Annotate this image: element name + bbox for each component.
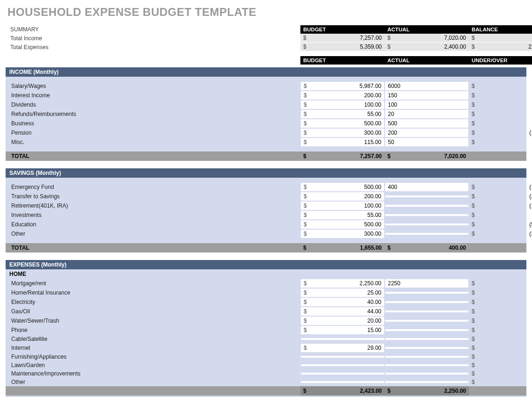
budget-cell[interactable]: $40.00	[301, 298, 384, 306]
summary-income-balance[interactable]: $237.00	[469, 34, 532, 43]
section-bar: INCOME (Monthly)	[6, 67, 526, 77]
data-row: Cable/Satellite$-	[6, 335, 526, 343]
row-label: Other	[6, 378, 300, 386]
budget-cell[interactable]: $100.00	[301, 202, 384, 210]
summary-expenses-balance[interactable]: $2,959.00	[469, 43, 532, 51]
actual-cell[interactable]	[385, 320, 468, 322]
actual-cell[interactable]: 100	[385, 101, 468, 109]
actual-cell[interactable]: 400	[385, 183, 468, 191]
underover-cell: $-	[469, 335, 532, 343]
underover-cell: $-	[469, 279, 532, 288]
data-row: Salary/Wages$5,987.006000$13.00	[6, 81, 526, 91]
row-label: Electricity	[6, 298, 300, 306]
actual-cell[interactable]	[385, 381, 468, 383]
budget-cell[interactable]: $115.00	[301, 138, 384, 146]
actual-cell[interactable]	[385, 364, 468, 366]
actual-cell[interactable]	[385, 292, 468, 294]
section-total: TOTAL$7,257.00$7,020.00	[6, 152, 526, 161]
budget-cell[interactable]: $500.00	[301, 183, 384, 191]
column-headers: BUDGET ACTUAL UNDER/OVER	[6, 56, 526, 65]
budget-cell[interactable]: $20.00	[301, 317, 384, 325]
underover-cell: $-	[469, 361, 532, 369]
actual-cell[interactable]	[385, 195, 468, 197]
section-body: Emergency Fund$500.00400$(100.00)Transfe…	[6, 178, 526, 243]
section-body: Salary/Wages$5,987.006000$13.00Interest …	[6, 77, 526, 152]
actual-cell[interactable]	[385, 373, 468, 375]
row-label: Maintenance/Improvements	[6, 369, 300, 378]
budget-cell[interactable]: $200.00	[301, 192, 384, 201]
actual-cell[interactable]: 20	[385, 110, 468, 118]
actual-cell[interactable]	[385, 205, 468, 207]
actual-cell[interactable]	[385, 224, 468, 225]
actual-cell[interactable]	[385, 214, 468, 216]
data-row: Interest Income$200.00150$(50.00)	[6, 91, 526, 100]
summary-income-budget[interactable]: $7,257.00	[300, 34, 385, 43]
section-total: TOTAL$1,655.00$400.00	[6, 243, 526, 253]
summary-expenses-budget[interactable]: $5,359.00	[300, 43, 385, 51]
hdr-balance: BALANCE	[469, 25, 532, 34]
budget-cell[interactable]	[301, 364, 384, 366]
actual-cell[interactable]: 200	[385, 129, 468, 137]
section-total: $2,423.00$2,250.00	[6, 386, 526, 396]
actual-cell[interactable]: 50	[385, 138, 468, 146]
actual-cell[interactable]	[385, 356, 468, 358]
underover-cell: $(20.00)	[469, 317, 532, 325]
data-row: Electricity$40.00$(40.00)	[6, 297, 526, 307]
actual-cell[interactable]: 500	[385, 119, 468, 128]
data-row: Furnishing/Appliances$-	[6, 353, 526, 361]
data-row: Water/Sewer/Trash$20.00$(20.00)	[6, 316, 526, 325]
actual-cell[interactable]	[385, 233, 468, 235]
row-label: Business	[6, 119, 300, 128]
budget-cell[interactable]: $5,987.00	[301, 82, 384, 90]
actual-cell[interactable]: 150	[385, 91, 468, 100]
actual-cell[interactable]	[385, 347, 468, 349]
row-label: Water/Sewer/Trash	[6, 317, 300, 325]
budget-cell[interactable]: $15.00	[301, 326, 384, 334]
row-label: Misc.	[6, 138, 300, 146]
section-bar: SAVINGS (Monthly)	[6, 168, 526, 178]
row-label: Education	[6, 220, 300, 229]
summary-income-actual[interactable]: $7,020.00	[385, 34, 469, 43]
actual-cell[interactable]: 2250	[385, 279, 468, 288]
actual-cell[interactable]	[385, 329, 468, 331]
col-underover: UNDER/OVER	[469, 56, 532, 65]
data-row: Refunds/Reimbursements$55.0020$(35.00)	[6, 109, 526, 119]
underover-cell: $-	[469, 353, 532, 361]
data-row: Transfer to Savings$200.00$(200.00)	[6, 192, 526, 201]
row-label: Transfer to Savings	[6, 192, 300, 201]
budget-cell[interactable]: $29.00	[301, 344, 384, 352]
budget-cell[interactable]	[301, 373, 384, 375]
budget-cell[interactable]: $300.00	[301, 230, 384, 238]
budget-cell[interactable]	[301, 356, 384, 358]
budget-cell[interactable]: $500.00	[301, 119, 384, 128]
budget-cell[interactable]: $55.00	[301, 110, 384, 118]
budget-cell[interactable]: $25.00	[301, 289, 384, 297]
actual-cell[interactable]: 6000	[385, 82, 468, 90]
data-row: Emergency Fund$500.00400$(100.00)	[6, 182, 526, 192]
row-label: Phone	[6, 326, 300, 334]
underover-cell: $(100.00)	[469, 202, 532, 210]
data-row: Business$500.00500$-	[6, 119, 526, 128]
budget-cell[interactable]: $55.00	[301, 211, 384, 219]
row-label: Internet	[6, 344, 300, 352]
section-bar: EXPENSES (Monthly)	[6, 260, 526, 269]
budget-cell[interactable]: $100.00	[301, 101, 384, 109]
summary-expenses-actual[interactable]: $2,400.00	[385, 43, 469, 51]
data-row: Gas/Oil$44.00$(44.00)	[6, 307, 526, 316]
budget-cell[interactable]	[301, 338, 384, 340]
data-row: Investments$55.00$(55.00)	[6, 210, 526, 220]
data-row: Retirement(401K, IRA)$100.00$(100.00)	[6, 201, 526, 210]
actual-cell[interactable]	[385, 338, 468, 340]
underover-cell: $(44.00)	[469, 307, 532, 316]
budget-cell[interactable]	[301, 381, 384, 383]
budget-cell[interactable]: $300.00	[301, 129, 384, 137]
summary-income-label: Total Income	[6, 34, 300, 43]
actual-cell[interactable]	[385, 301, 468, 303]
actual-cell[interactable]	[385, 310, 468, 312]
budget-cell[interactable]: $200.00	[301, 91, 384, 100]
budget-cell[interactable]: $44.00	[301, 307, 384, 316]
underover-cell: $(29.00)	[469, 344, 532, 352]
underover-cell: $(200.00)	[469, 192, 532, 201]
budget-cell[interactable]: $2,250.00	[301, 279, 384, 288]
budget-cell[interactable]: $500.00	[301, 220, 384, 229]
